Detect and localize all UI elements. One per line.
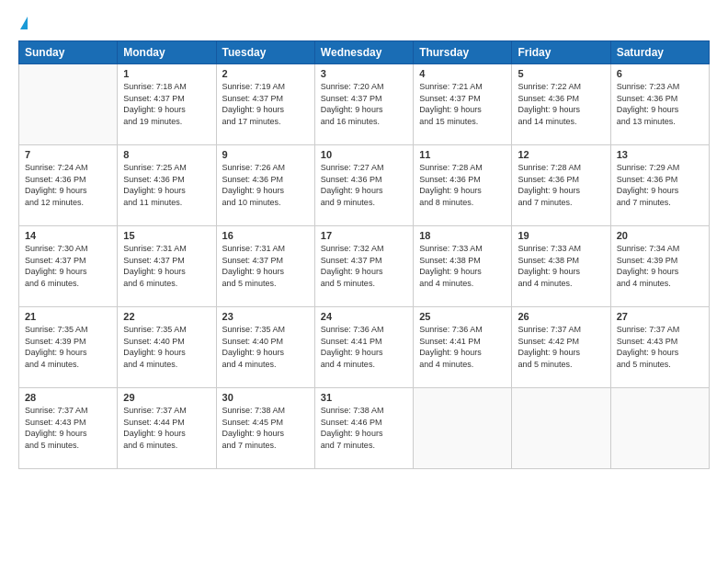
calendar-cell: 9Sunrise: 7:26 AMSunset: 4:36 PMDaylight… (216, 145, 314, 226)
day-number: 24 (321, 311, 407, 322)
day-info: Sunrise: 7:19 AMSunset: 4:37 PMDaylight:… (222, 81, 309, 127)
day-number: 11 (419, 149, 506, 160)
logo-triangle-icon (20, 17, 28, 29)
header (18, 17, 710, 31)
calendar-cell: 4Sunrise: 7:21 AMSunset: 4:37 PMDaylight… (414, 64, 512, 145)
day-number: 29 (123, 392, 210, 403)
day-number: 16 (222, 230, 309, 241)
calendar-cell: 24Sunrise: 7:36 AMSunset: 4:41 PMDayligh… (314, 307, 413, 388)
calendar-cell: 29Sunrise: 7:37 AMSunset: 4:44 PMDayligh… (118, 388, 216, 469)
calendar-cell: 15Sunrise: 7:31 AMSunset: 4:37 PMDayligh… (118, 226, 216, 307)
day-info: Sunrise: 7:37 AMSunset: 4:43 PMDaylight:… (617, 324, 703, 370)
day-number: 3 (321, 68, 407, 79)
day-number: 18 (419, 230, 506, 241)
day-info: Sunrise: 7:28 AMSunset: 4:36 PMDaylight:… (518, 162, 604, 208)
calendar-cell: 5Sunrise: 7:22 AMSunset: 4:36 PMDaylight… (512, 64, 610, 145)
calendar-week-row: 21Sunrise: 7:35 AMSunset: 4:39 PMDayligh… (19, 307, 710, 388)
calendar-cell: 1Sunrise: 7:18 AMSunset: 4:37 PMDaylight… (118, 64, 216, 145)
day-number: 8 (123, 149, 210, 160)
day-number: 9 (222, 149, 309, 160)
day-number: 2 (222, 68, 309, 79)
calendar-cell: 3Sunrise: 7:20 AMSunset: 4:37 PMDaylight… (314, 64, 413, 145)
day-number: 17 (321, 230, 407, 241)
day-number: 7 (25, 149, 111, 160)
calendar-cell: 14Sunrise: 7:30 AMSunset: 4:37 PMDayligh… (19, 226, 118, 307)
day-info: Sunrise: 7:37 AMSunset: 4:43 PMDaylight:… (25, 405, 111, 451)
day-info: Sunrise: 7:20 AMSunset: 4:37 PMDaylight:… (321, 81, 407, 127)
calendar-week-row: 14Sunrise: 7:30 AMSunset: 4:37 PMDayligh… (19, 226, 710, 307)
day-number: 6 (617, 68, 703, 79)
calendar-week-row: 7Sunrise: 7:24 AMSunset: 4:36 PMDaylight… (19, 145, 710, 226)
calendar-cell: 7Sunrise: 7:24 AMSunset: 4:36 PMDaylight… (19, 145, 118, 226)
calendar-cell: 25Sunrise: 7:36 AMSunset: 4:41 PMDayligh… (414, 307, 512, 388)
day-info: Sunrise: 7:21 AMSunset: 4:37 PMDaylight:… (419, 81, 506, 127)
day-info: Sunrise: 7:31 AMSunset: 4:37 PMDaylight:… (123, 243, 210, 289)
calendar-cell: 26Sunrise: 7:37 AMSunset: 4:42 PMDayligh… (512, 307, 610, 388)
day-info: Sunrise: 7:36 AMSunset: 4:41 PMDaylight:… (321, 324, 407, 370)
day-number: 19 (518, 230, 604, 241)
calendar-cell: 10Sunrise: 7:27 AMSunset: 4:36 PMDayligh… (314, 145, 413, 226)
day-number: 20 (617, 230, 703, 241)
day-info: Sunrise: 7:35 AMSunset: 4:40 PMDaylight:… (222, 324, 309, 370)
day-number: 26 (518, 311, 604, 322)
calendar-cell: 12Sunrise: 7:28 AMSunset: 4:36 PMDayligh… (512, 145, 610, 226)
calendar-header-sunday: Sunday (19, 41, 118, 64)
calendar-cell: 2Sunrise: 7:19 AMSunset: 4:37 PMDaylight… (216, 64, 314, 145)
day-info: Sunrise: 7:24 AMSunset: 4:36 PMDaylight:… (25, 162, 111, 208)
day-number: 31 (321, 392, 407, 403)
day-number: 21 (25, 311, 111, 322)
calendar-header-row: SundayMondayTuesdayWednesdayThursdayFrid… (19, 41, 710, 64)
day-number: 12 (518, 149, 604, 160)
day-info: Sunrise: 7:33 AMSunset: 4:38 PMDaylight:… (419, 243, 506, 289)
calendar-cell: 19Sunrise: 7:33 AMSunset: 4:38 PMDayligh… (512, 226, 610, 307)
day-info: Sunrise: 7:38 AMSunset: 4:45 PMDaylight:… (222, 405, 309, 451)
calendar-cell: 31Sunrise: 7:38 AMSunset: 4:46 PMDayligh… (314, 388, 413, 469)
day-info: Sunrise: 7:22 AMSunset: 4:36 PMDaylight:… (518, 81, 604, 127)
calendar-cell: 11Sunrise: 7:28 AMSunset: 4:36 PMDayligh… (414, 145, 512, 226)
calendar-cell: 8Sunrise: 7:25 AMSunset: 4:36 PMDaylight… (118, 145, 216, 226)
calendar-header-tuesday: Tuesday (216, 41, 314, 64)
day-info: Sunrise: 7:34 AMSunset: 4:39 PMDaylight:… (617, 243, 703, 289)
day-info: Sunrise: 7:31 AMSunset: 4:37 PMDaylight:… (222, 243, 309, 289)
day-info: Sunrise: 7:35 AMSunset: 4:39 PMDaylight:… (25, 324, 111, 370)
day-number: 30 (222, 392, 309, 403)
calendar-week-row: 1Sunrise: 7:18 AMSunset: 4:37 PMDaylight… (19, 64, 710, 145)
calendar-cell: 20Sunrise: 7:34 AMSunset: 4:39 PMDayligh… (610, 226, 709, 307)
calendar-cell: 17Sunrise: 7:32 AMSunset: 4:37 PMDayligh… (314, 226, 413, 307)
calendar-header-friday: Friday (512, 41, 610, 64)
calendar-cell (19, 64, 118, 145)
day-number: 22 (123, 311, 210, 322)
day-info: Sunrise: 7:38 AMSunset: 4:46 PMDaylight:… (321, 405, 407, 451)
day-info: Sunrise: 7:35 AMSunset: 4:40 PMDaylight:… (123, 324, 210, 370)
day-info: Sunrise: 7:27 AMSunset: 4:36 PMDaylight:… (321, 162, 407, 208)
day-info: Sunrise: 7:30 AMSunset: 4:37 PMDaylight:… (25, 243, 111, 289)
day-number: 1 (123, 68, 210, 79)
day-info: Sunrise: 7:29 AMSunset: 4:36 PMDaylight:… (617, 162, 703, 208)
calendar-cell: 21Sunrise: 7:35 AMSunset: 4:39 PMDayligh… (19, 307, 118, 388)
day-number: 23 (222, 311, 309, 322)
page: SundayMondayTuesdayWednesdayThursdayFrid… (0, 0, 728, 563)
day-number: 14 (25, 230, 111, 241)
calendar-cell: 22Sunrise: 7:35 AMSunset: 4:40 PMDayligh… (118, 307, 216, 388)
day-info: Sunrise: 7:37 AMSunset: 4:44 PMDaylight:… (123, 405, 210, 451)
calendar-cell: 27Sunrise: 7:37 AMSunset: 4:43 PMDayligh… (610, 307, 709, 388)
day-number: 28 (25, 392, 111, 403)
day-info: Sunrise: 7:32 AMSunset: 4:37 PMDaylight:… (321, 243, 407, 289)
calendar-header-wednesday: Wednesday (314, 41, 413, 64)
calendar-week-row: 28Sunrise: 7:37 AMSunset: 4:43 PMDayligh… (19, 388, 710, 469)
calendar-cell: 6Sunrise: 7:23 AMSunset: 4:36 PMDaylight… (610, 64, 709, 145)
day-info: Sunrise: 7:36 AMSunset: 4:41 PMDaylight:… (419, 324, 506, 370)
calendar-header-thursday: Thursday (414, 41, 512, 64)
day-info: Sunrise: 7:37 AMSunset: 4:42 PMDaylight:… (518, 324, 604, 370)
day-info: Sunrise: 7:33 AMSunset: 4:38 PMDaylight:… (518, 243, 604, 289)
day-number: 25 (419, 311, 506, 322)
day-info: Sunrise: 7:18 AMSunset: 4:37 PMDaylight:… (123, 81, 210, 127)
calendar-cell: 16Sunrise: 7:31 AMSunset: 4:37 PMDayligh… (216, 226, 314, 307)
day-info: Sunrise: 7:26 AMSunset: 4:36 PMDaylight:… (222, 162, 309, 208)
calendar-cell (512, 388, 610, 469)
calendar-cell: 30Sunrise: 7:38 AMSunset: 4:45 PMDayligh… (216, 388, 314, 469)
logo (18, 17, 28, 31)
calendar-header-saturday: Saturday (610, 41, 709, 64)
calendar-cell: 13Sunrise: 7:29 AMSunset: 4:36 PMDayligh… (610, 145, 709, 226)
day-number: 4 (419, 68, 506, 79)
